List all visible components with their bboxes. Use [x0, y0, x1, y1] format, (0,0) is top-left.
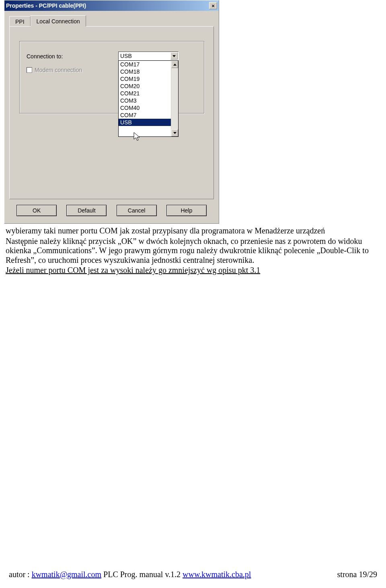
tab-row: PPI Local Connection	[9, 15, 214, 26]
cursor-icon	[133, 132, 142, 142]
help-button[interactable]: Help	[166, 205, 207, 216]
properties-dialog: Properties - PC/PPI cable(PPI) × PPI Loc…	[4, 0, 219, 224]
chevron-down-icon	[172, 55, 176, 57]
list-item[interactable]: COM21	[119, 90, 171, 97]
tab-label: PPI	[15, 19, 25, 25]
ok-button[interactable]: OK	[16, 205, 57, 216]
tab-ppi[interactable]: PPI	[9, 16, 31, 27]
modem-connection-label: Modem connection	[35, 67, 82, 73]
chevron-down-icon	[173, 132, 177, 134]
paragraph: Następnie należy kliknąć przycisk „OK” w…	[6, 237, 380, 265]
author-email-link[interactable]: kwmatik@gmail.com	[32, 570, 101, 579]
tab-panel: Connection to: Modem connection USB COM1…	[9, 26, 214, 199]
titlebar: Properties - PC/PPI cable(PPI) ×	[4, 0, 219, 11]
footer-prefix: autor :	[9, 570, 32, 579]
footer-left: autor : kwmatik@gmail.com PLC Prog. manu…	[9, 570, 251, 579]
list-item[interactable]: COM19	[119, 75, 171, 83]
list-item-selected[interactable]: USB	[119, 119, 171, 126]
modem-connection-row: Modem connection	[27, 67, 82, 73]
dialog-button-row: OK Default Cancel Help	[4, 205, 219, 219]
combobox-arrow[interactable]	[170, 52, 178, 60]
list-item[interactable]: COM17	[119, 61, 171, 68]
dropdown-list: COM17 COM18 COM19 COM20 COM21 COM3 COM40…	[119, 61, 171, 136]
cancel-button[interactable]: Cancel	[117, 205, 157, 216]
default-button[interactable]: Default	[66, 205, 107, 216]
author-url-link[interactable]: www.kwmatik.cba.pl	[183, 570, 251, 579]
scrollbar[interactable]	[171, 61, 178, 136]
scroll-down-button[interactable]	[171, 129, 178, 136]
tab-local-connection[interactable]: Local Connection	[31, 15, 86, 27]
list-item[interactable]: COM3	[119, 97, 171, 104]
button-label: Default	[78, 207, 95, 214]
list-item[interactable]: COM18	[119, 68, 171, 75]
button-label: Cancel	[128, 207, 146, 214]
page-footer: autor : kwmatik@gmail.com PLC Prog. manu…	[0, 570, 386, 579]
scroll-up-button[interactable]	[171, 61, 178, 68]
connection-to-label: Connection to:	[27, 53, 63, 60]
chevron-up-icon	[173, 64, 177, 66]
close-icon: ×	[211, 3, 215, 9]
document-body: wybieramy taki numer portu COM jak zosta…	[4, 226, 382, 275]
titlebar-text: Properties - PC/PPI cable(PPI)	[6, 2, 208, 9]
footer-mid: PLC Prog. manual v.1.2	[101, 570, 183, 579]
connection-combobox[interactable]: USB	[118, 52, 179, 60]
combobox-value: USB	[120, 53, 132, 59]
button-label: Help	[181, 207, 192, 214]
button-label: OK	[33, 207, 41, 214]
list-item[interactable]: COM20	[119, 83, 171, 90]
list-item[interactable]: COM7	[119, 111, 171, 119]
modem-checkbox[interactable]	[27, 67, 32, 73]
list-item[interactable]: COM40	[119, 104, 171, 111]
close-button[interactable]: ×	[209, 2, 217, 9]
paragraph: wybieramy taki numer portu COM jak zosta…	[6, 226, 380, 236]
footer-page-number: strona 19/29	[337, 570, 377, 579]
tab-label: Local Connection	[37, 18, 80, 25]
paragraph-underlined: Jeżeli numer portu COM jest za wysoki na…	[6, 266, 260, 274]
combobox-dropdown: COM17 COM18 COM19 COM20 COM21 COM3 COM40…	[118, 60, 179, 137]
